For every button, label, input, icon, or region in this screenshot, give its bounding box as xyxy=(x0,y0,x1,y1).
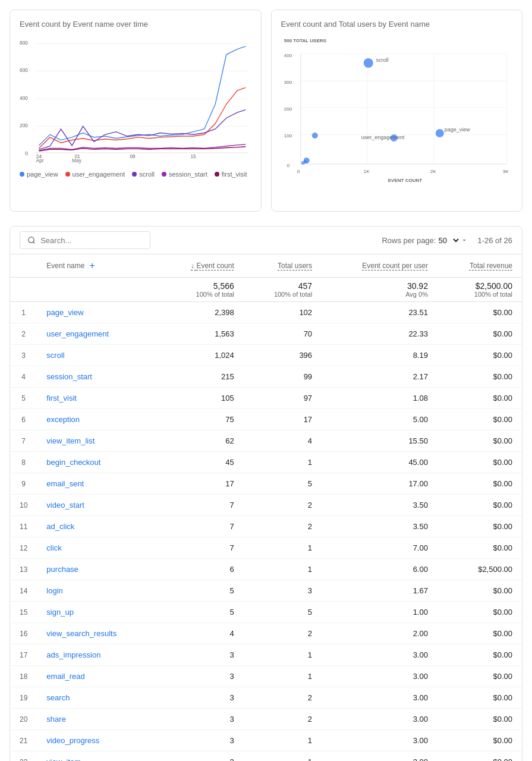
row-event-count: 3 xyxy=(159,644,244,666)
svg-text:400: 400 xyxy=(20,95,28,101)
event-name-link[interactable]: video_start xyxy=(46,501,84,510)
row-total-revenue: $0.00 xyxy=(437,366,522,388)
row-total-revenue: $0.00 xyxy=(437,537,522,559)
table-row: 22 view_item 2 1 2.00 $0.00 xyxy=(10,751,522,762)
row-event-count: 105 xyxy=(159,388,244,409)
row-event-count: 62 xyxy=(159,430,244,452)
table-row: 8 begin_checkout 45 1 45.00 $0.00 xyxy=(10,452,522,473)
event-name-link[interactable]: email_sent xyxy=(46,479,84,488)
row-total-users: 99 xyxy=(244,366,322,388)
row-event-count-per-user: 23.51 xyxy=(322,302,437,323)
row-event-count: 2,398 xyxy=(159,302,244,323)
scatter-chart-title: Event count and Total users by Event nam… xyxy=(281,20,513,29)
row-total-revenue: $2,500.00 xyxy=(437,559,522,580)
table-row: 15 sign_up 5 5 1.00 $0.00 xyxy=(10,602,522,623)
legend-session-start: session_start xyxy=(162,171,207,178)
row-event-name: first_visit xyxy=(37,388,158,409)
row-total-revenue: $0.00 xyxy=(437,580,522,602)
legend-dot-session-start xyxy=(162,172,166,177)
row-event-count: 6 xyxy=(159,559,244,580)
row-event-count: 3 xyxy=(159,709,244,730)
row-event-count-per-user: 3.00 xyxy=(322,666,437,687)
event-name-link[interactable]: share xyxy=(46,715,66,724)
event-name-link[interactable]: click xyxy=(46,543,61,552)
event-name-link[interactable]: view_item_list xyxy=(46,436,95,445)
legend-page-view: page_view xyxy=(20,171,58,178)
table-row: 14 login 5 3 1.67 $0.00 xyxy=(10,580,522,602)
pagination-info: 1-26 of 26 xyxy=(477,236,512,245)
event-name-link[interactable]: view_search_results xyxy=(46,629,117,638)
th-event-count-per-user: Event count per user xyxy=(322,254,437,278)
line-chart-legend: page_view user_engagement scroll session… xyxy=(20,171,251,178)
totals-row: 5,566 100% of total 457 100% of total 30… xyxy=(10,278,522,302)
row-event-count-per-user: 5.00 xyxy=(322,409,437,430)
event-name-link[interactable]: user_engagement xyxy=(46,329,109,338)
row-event-count: 3 xyxy=(159,666,244,687)
legend-label-first-visit: first_visit xyxy=(222,171,247,178)
scatter-point-session-start xyxy=(311,133,317,139)
row-index: 14 xyxy=(10,580,37,602)
row-total-users: 396 xyxy=(244,345,322,366)
row-event-count: 1,024 xyxy=(159,345,244,366)
event-name-link[interactable]: exception xyxy=(46,415,80,424)
row-event-count-per-user: 3.50 xyxy=(322,516,437,537)
search-box[interactable] xyxy=(20,231,150,249)
search-input[interactable] xyxy=(40,236,143,245)
row-index: 8 xyxy=(10,452,37,473)
event-name-link[interactable]: ad_click xyxy=(46,522,74,531)
svg-text:0: 0 xyxy=(287,163,289,168)
th-event-name-label: Event name xyxy=(46,262,84,270)
svg-text:300: 300 xyxy=(284,80,292,85)
legend-dot-first-visit xyxy=(215,172,219,177)
row-total-revenue: $0.00 xyxy=(437,666,522,687)
svg-text:0: 0 xyxy=(297,169,300,174)
event-name-link[interactable]: email_read xyxy=(46,672,84,681)
event-name-link[interactable]: sign_up xyxy=(46,608,74,617)
row-event-name: purchase xyxy=(37,559,158,580)
event-name-link[interactable]: begin_checkout xyxy=(46,458,100,467)
table-row: 3 scroll 1,024 396 8.19 $0.00 xyxy=(10,345,522,366)
event-name-link[interactable]: view_item xyxy=(46,757,81,761)
row-index: 22 xyxy=(10,751,37,762)
event-name-link[interactable]: page_view xyxy=(46,308,83,317)
row-event-count-per-user: 22.33 xyxy=(322,323,437,345)
legend-dot-user-engagement xyxy=(65,172,70,177)
event-name-link[interactable]: purchase xyxy=(46,565,78,574)
row-index: 4 xyxy=(10,366,37,388)
row-total-revenue: $0.00 xyxy=(437,388,522,409)
totals-event-count: 5,566 100% of total xyxy=(159,278,244,302)
rows-per-page-select[interactable]: 50 10 25 100 xyxy=(436,235,461,246)
th-total-revenue: Total revenue xyxy=(437,254,522,278)
add-column-icon[interactable]: + xyxy=(89,260,95,271)
event-name-link[interactable]: scroll xyxy=(46,351,64,360)
svg-text:15: 15 xyxy=(190,153,196,159)
search-icon xyxy=(27,235,36,245)
row-index: 2 xyxy=(10,323,37,345)
row-event-name: email_read xyxy=(37,666,158,687)
event-name-link[interactable]: search xyxy=(46,693,70,702)
table-row: 9 email_sent 17 5 17.00 $0.00 xyxy=(10,473,522,495)
table-row: 5 first_visit 105 97 1.08 $0.00 xyxy=(10,388,522,409)
row-event-count: 75 xyxy=(159,409,244,430)
event-name-link[interactable]: first_visit xyxy=(46,394,77,402)
event-name-link[interactable]: session_start xyxy=(46,372,92,381)
event-name-link[interactable]: video_progress xyxy=(46,736,99,745)
totals-event-count-per-user: 30.92 Avg 0% xyxy=(322,278,437,302)
row-event-name: email_sent xyxy=(37,473,158,495)
row-event-count: 5 xyxy=(159,580,244,602)
th-event-count: ↓ Event count xyxy=(159,254,244,278)
row-total-users: 17 xyxy=(244,409,322,430)
row-event-name: session_start xyxy=(37,366,158,388)
row-event-count-per-user: 45.00 xyxy=(322,452,437,473)
row-total-users: 97 xyxy=(244,388,322,409)
row-event-name: begin_checkout xyxy=(37,452,158,473)
row-index: 20 xyxy=(10,709,37,730)
row-total-revenue: $0.00 xyxy=(437,302,522,323)
row-total-users: 102 xyxy=(244,302,322,323)
scatter-point-page-view xyxy=(435,129,443,137)
event-name-link[interactable]: ads_impression xyxy=(46,650,100,659)
row-event-name: video_progress xyxy=(37,730,158,751)
event-name-link[interactable]: login xyxy=(46,586,62,595)
row-index: 1 xyxy=(10,302,37,323)
svg-text:100: 100 xyxy=(284,133,292,139)
